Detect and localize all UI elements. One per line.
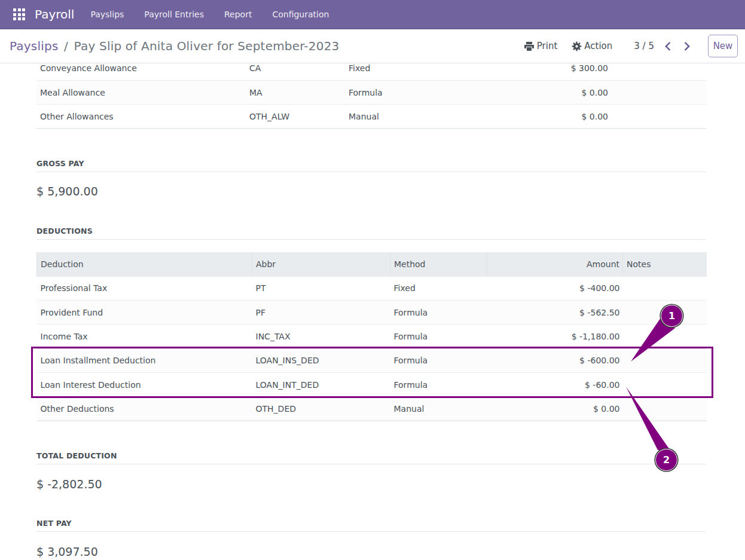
allowance-cell-abbr: OTH_ALW (246, 105, 345, 128)
pager-counter: 3 / 5 (634, 41, 654, 51)
deduction-row-pf[interactable]: Provident FundPFFormula$ -562.50 (37, 300, 707, 324)
printer-icon (524, 42, 534, 51)
deduction-cell-name: Loan Installment Deduction (37, 348, 252, 372)
gross-pay-value: $ 5,900.00 (36, 185, 98, 198)
payroll-app-page: Payroll PayslipsPayroll EntriesReportCon… (0, 0, 745, 560)
col-header-notes[interactable]: Notes (623, 252, 707, 276)
deduction-cell-abbr: OTH_DED (252, 397, 390, 421)
deduction-row-inc_tax[interactable]: Income TaxINC_TAXFormula$ -1,180.00 (37, 325, 707, 348)
allowance-cell-method: Formula (345, 80, 437, 104)
deduction-cell-notes (623, 348, 707, 372)
allowance-cell-name: Other Allowances (36, 105, 246, 128)
deduction-cell-amount: $ -562.50 (487, 300, 623, 324)
deduction-cell-amount: $ -60.00 (487, 373, 623, 397)
deduction-cell-name: Income Tax (37, 325, 252, 348)
deduction-cell-name: Other Deductions (37, 397, 252, 421)
deduction-cell-name: Loan Interest Deduction (37, 373, 252, 397)
app-name[interactable]: Payroll (35, 7, 74, 22)
callout-1-badge: 1 (661, 305, 683, 327)
gear-icon (572, 41, 582, 51)
pager-previous-icon[interactable] (665, 41, 674, 51)
deduction-cell-method: Manual (390, 397, 487, 421)
top-navbar: Payroll PayslipsPayroll EntriesReportCon… (0, 0, 745, 29)
deduction-cell-amount: $ 0.00 (487, 397, 623, 421)
breadcrumb-separator: / (64, 39, 68, 53)
col-header-deduction[interactable]: Deduction (37, 252, 252, 276)
deduction-cell-amount: $ -400.00 (487, 276, 623, 300)
col-header-amount[interactable]: Amount (487, 252, 623, 276)
deduction-row-pt[interactable]: Professional TaxPTFixed$ -400.00 (37, 276, 707, 300)
breadcrumb: Payslips / Pay Slip of Anita Oliver for … (10, 39, 340, 53)
deduction-cell-abbr: INC_TAX (252, 325, 390, 348)
page-title: Pay Slip of Anita Oliver for September-2… (74, 39, 340, 53)
deduction-row-loan_ins_ded[interactable]: Loan Installment DeductionLOAN_INS_DEDFo… (37, 348, 707, 372)
net-pay-section-label: NET PAY (36, 519, 706, 532)
callout-2-badge: 2 (655, 449, 677, 471)
deduction-cell-method: Formula (390, 348, 487, 372)
payslip-sheet: Conveyance AllowanceCAFixed$ 300.00Meal … (0, 63, 745, 560)
nav-item-payslips[interactable]: Payslips (80, 10, 134, 19)
deduction-cell-abbr: LOAN_INT_DED (252, 373, 390, 397)
total-deduction-value: $ -2,802.50 (36, 478, 102, 491)
deduction-cell-amount: $ -1,180.00 (487, 325, 623, 348)
allowance-cell-notes (611, 105, 706, 128)
nav-menu: PayslipsPayroll EntriesReportConfigurati… (80, 0, 339, 29)
allowance-row-ma[interactable]: Meal AllowanceMAFormula$ 0.00 (36, 80, 706, 104)
deduction-cell-method: Formula (390, 300, 487, 324)
total-deduction-section-label: TOTAL DEDUCTION (36, 451, 706, 464)
allowance-cell-abbr: MA (246, 80, 345, 104)
deduction-cell-method: Formula (390, 325, 487, 348)
breadcrumb-link-payslips[interactable]: Payslips (10, 39, 59, 53)
deduction-cell-amount: $ -600.00 (487, 348, 623, 372)
new-button[interactable]: New (708, 35, 738, 57)
deductions-section-label: DEDUCTIONS (36, 227, 706, 240)
allowance-cell-method: Manual (345, 105, 437, 128)
allowance-cell-amount: $ 0.00 (437, 105, 611, 128)
deduction-cell-abbr: LOAN_INS_DED (252, 348, 390, 372)
print-button[interactable]: Print (524, 41, 558, 51)
allowances-table: Conveyance AllowanceCAFixed$ 300.00Meal … (36, 56, 706, 130)
deduction-cell-notes (623, 397, 707, 421)
deduction-cell-abbr: PT (252, 276, 390, 300)
deduction-cell-method: Fixed (390, 276, 487, 300)
deduction-cell-abbr: PF (252, 300, 390, 324)
deduction-row-oth_ded[interactable]: Other DeductionsOTH_DEDManual$ 0.00 (37, 397, 707, 421)
gross-pay-section-label: GROSS PAY (36, 159, 706, 172)
deduction-cell-notes (623, 373, 707, 397)
allowance-cell-name: Meal Allowance (36, 80, 246, 104)
deductions-header-row: Deduction Abbr Method Amount Notes (37, 252, 707, 276)
pager-next-icon[interactable] (681, 41, 691, 51)
allowance-row-oth_alw[interactable]: Other AllowancesOTH_ALWManual$ 0.00 (36, 105, 706, 128)
deduction-cell-method: Formula (390, 373, 487, 397)
col-header-method[interactable]: Method (390, 252, 487, 276)
apps-grid-icon[interactable] (13, 8, 25, 20)
col-header-abbr[interactable]: Abbr (252, 252, 390, 276)
deduction-cell-notes (623, 325, 707, 348)
deduction-cell-notes (623, 276, 707, 300)
control-panel: Payslips / Pay Slip of Anita Oliver for … (0, 29, 745, 63)
action-button[interactable]: Action (572, 41, 612, 51)
deduction-cell-name: Professional Tax (37, 276, 252, 300)
nav-item-report[interactable]: Report (214, 10, 262, 19)
allowance-cell-notes (611, 80, 706, 104)
nav-item-payroll-entries[interactable]: Payroll Entries (134, 10, 214, 19)
deduction-row-loan_int_ded[interactable]: Loan Interest DeductionLOAN_INT_DEDFormu… (37, 373, 707, 397)
deductions-table: Deduction Abbr Method Amount Notes Profe… (36, 252, 707, 421)
nav-item-configuration[interactable]: Configuration (262, 10, 339, 19)
net-pay-value: $ 3,097.50 (36, 546, 98, 558)
allowance-cell-amount: $ 0.00 (437, 80, 611, 104)
deduction-cell-name: Provident Fund (37, 300, 252, 324)
